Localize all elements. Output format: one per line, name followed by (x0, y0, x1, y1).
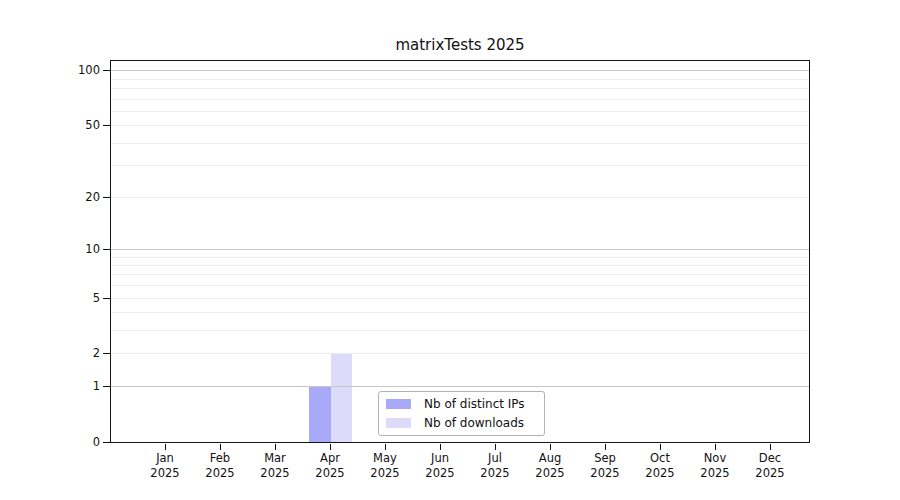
gridline-minor (111, 125, 809, 126)
x-axis-tick (220, 444, 221, 450)
gridline-minor (111, 197, 809, 198)
chart-title: matrixTests 2025 (110, 36, 810, 54)
gridline-minor (111, 143, 809, 144)
x-axis-tick-label: Nov 2025 (685, 451, 745, 481)
y-axis-tick-label: 0 (56, 434, 100, 450)
legend-item-downloads: Nb of downloads (386, 415, 544, 431)
gridline-minor (111, 111, 809, 112)
x-axis-tick-label: May 2025 (355, 451, 415, 481)
gridline-major (111, 70, 809, 71)
gridline-minor (111, 285, 809, 286)
x-axis-tick-label: Apr 2025 (300, 451, 360, 481)
y-axis-tick-label: 50 (56, 117, 100, 133)
x-axis-tick-label: Sep 2025 (575, 451, 635, 481)
y-axis-tick-label: 20 (56, 189, 100, 205)
gridline-major (111, 249, 809, 250)
x-axis-tick-label: Dec 2025 (740, 451, 800, 481)
y-axis-tick (103, 386, 110, 387)
gridline-minor (111, 257, 809, 258)
x-axis-tick (440, 444, 441, 450)
x-axis-tick-label: Mar 2025 (245, 451, 305, 481)
legend-label-downloads: Nb of downloads (424, 415, 524, 431)
x-axis-tick (385, 444, 386, 450)
legend-item-distinct-ips: Nb of distinct IPs (386, 396, 544, 412)
gridline-minor (111, 88, 809, 89)
x-axis-tick (605, 444, 606, 450)
x-axis-tick (330, 444, 331, 450)
x-axis-tick-label: Jun 2025 (410, 451, 470, 481)
gridline-minor (111, 265, 809, 266)
y-axis-tick (103, 197, 110, 198)
gridline-minor (111, 99, 809, 100)
y-axis-tick (103, 70, 110, 71)
gridline-minor (111, 312, 809, 313)
bar-distinct-ips (309, 386, 331, 442)
x-axis-tick-label: Aug 2025 (520, 451, 580, 481)
gridline-major (111, 386, 809, 387)
gridline-minor (111, 79, 809, 80)
bar-downloads (331, 354, 352, 443)
y-axis-tick-label: 2 (56, 345, 100, 361)
y-axis-tick (103, 125, 110, 126)
y-axis-tick-label: 1 (56, 378, 100, 394)
gridline-minor (111, 298, 809, 299)
y-axis-tick (103, 353, 110, 354)
x-axis-tick-label: Jul 2025 (465, 451, 525, 481)
legend-swatch-downloads (386, 418, 411, 428)
x-axis-tick-label: Jan 2025 (135, 451, 195, 481)
x-axis-tick-label: Feb 2025 (190, 451, 250, 481)
x-axis-tick-label: Oct 2025 (630, 451, 690, 481)
y-axis-tick-label: 10 (56, 241, 100, 257)
x-axis-tick (660, 444, 661, 450)
gridline-minor (111, 353, 809, 354)
gridline-minor (111, 330, 809, 331)
legend: Nb of distinct IPs Nb of downloads (378, 391, 545, 436)
x-axis-tick (550, 444, 551, 450)
plot-area (110, 60, 810, 443)
x-axis-tick (770, 444, 771, 450)
y-axis-tick-label: 100 (56, 62, 100, 78)
y-axis-tick (103, 442, 110, 443)
legend-label-distinct-ips: Nb of distinct IPs (424, 396, 525, 412)
x-axis-tick (495, 444, 496, 450)
y-axis-tick (103, 249, 110, 250)
x-axis-tick (275, 444, 276, 450)
x-axis-tick (165, 444, 166, 450)
gridline-minor (111, 274, 809, 275)
legend-swatch-distinct-ips (386, 399, 411, 409)
x-axis-tick (715, 444, 716, 450)
y-axis-tick-label: 5 (56, 290, 100, 306)
y-axis-tick (103, 298, 110, 299)
chart-canvas: matrixTests 2025 0125102050100Jan 2025Fe… (0, 0, 900, 500)
gridline-minor (111, 165, 809, 166)
